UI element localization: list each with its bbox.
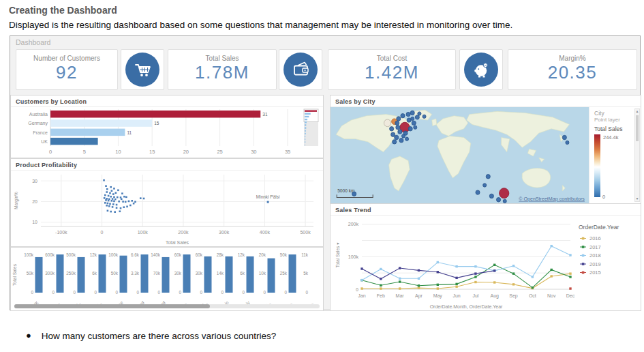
sales-by-country-chart[interactable]: Total Sales100k50k0UK600k300k0Germ...500… — [11, 248, 323, 308]
legend-min-value: 0 — [602, 194, 605, 200]
svg-text:-100k: -100k — [55, 230, 67, 235]
kpi-margin: Margin% 20.35 — [508, 49, 637, 90]
svg-text:11k: 11k — [301, 252, 309, 257]
svg-text:Total Sales ▾: Total Sales ▾ — [335, 242, 340, 268]
page-subtitle: Displayed is the resulting dashboard bas… — [9, 20, 512, 30]
svg-text:2019: 2019 — [589, 261, 601, 267]
svg-text:Feb: Feb — [377, 293, 385, 298]
svg-text:Margin%: Margin% — [14, 192, 19, 209]
svg-text:0: 0 — [31, 290, 33, 295]
svg-text:35: 35 — [285, 149, 290, 155]
panel-sales-by-city: Sales by City 5000 km© OpenStreetMap con… — [330, 95, 641, 203]
svg-text:20k: 20k — [259, 252, 266, 257]
kpi-icon-card-cost — [459, 49, 503, 90]
svg-text:5: 5 — [83, 149, 86, 155]
svg-text:5k: 5k — [303, 271, 309, 276]
sales-trend-chart[interactable]: 0100k200kJanFebMarAprMayJunJulAugSepOctN… — [331, 216, 641, 314]
scroll-down-icon[interactable]: ▼ — [635, 196, 639, 201]
customers-by-location-chart[interactable]: 05101520253035Australia31Germany15France… — [11, 107, 323, 162]
svg-text:0: 0 — [49, 149, 52, 155]
svg-text:400k: 400k — [260, 230, 271, 235]
kpi-value: 1.78M — [168, 62, 276, 83]
svg-text:31: 31 — [262, 112, 268, 117]
tab-dashboard[interactable]: Dashboard — [16, 38, 50, 46]
svg-text:50k: 50k — [280, 252, 288, 257]
svg-text:3.3k: 3.3k — [131, 271, 140, 276]
chart-title: Product Profitability — [11, 159, 323, 171]
kpi-total-cost: Total Cost 1.42M — [328, 49, 456, 90]
kpi-value: 20.35 — [508, 62, 637, 83]
svg-text:Jul: Jul — [472, 293, 478, 298]
svg-text:Nov: Nov — [547, 293, 556, 298]
scroll-up-icon[interactable]: ▲ — [635, 109, 639, 114]
svg-text:OrderDate.Month, OrderDate.Yea: OrderDate.Month, OrderDate.Year — [430, 304, 503, 309]
svg-text:15: 15 — [154, 121, 159, 126]
svg-text:2015: 2015 — [589, 269, 601, 276]
svg-text:500k: 500k — [66, 252, 76, 257]
svg-text:UK: UK — [41, 139, 48, 144]
svg-text:Apr: Apr — [415, 293, 423, 299]
svg-text:0: 0 — [242, 290, 245, 295]
svg-text:0: 0 — [200, 290, 202, 295]
svg-text:0: 0 — [263, 290, 266, 295]
svg-text:50k: 50k — [111, 271, 119, 276]
svg-text:0: 0 — [284, 290, 287, 295]
scrollbar-thumb[interactable] — [14, 304, 210, 308]
svg-text:0: 0 — [136, 290, 139, 295]
color-gradient-bar — [594, 134, 600, 197]
svg-text:30k: 30k — [196, 271, 203, 276]
svg-text:70k: 70k — [153, 271, 161, 276]
svg-text:Minnki Pälsi: Minnki Pälsi — [256, 194, 280, 199]
svg-text:May: May — [433, 293, 443, 299]
svg-text:300k: 300k — [219, 230, 230, 235]
svg-text:6.6k: 6.6k — [131, 252, 140, 257]
svg-text:Total Sales: Total Sales — [166, 240, 189, 245]
svg-text:10: 10 — [115, 149, 121, 155]
svg-text:Jun: Jun — [453, 293, 460, 298]
svg-text:30k: 30k — [174, 271, 182, 276]
kpi-value: 92 — [16, 62, 117, 83]
panel-sales-trend: Sales Trend 0100k200kJanFebMarAprMayJunJ… — [330, 203, 641, 311]
svg-text:Germany: Germany — [28, 121, 48, 126]
svg-text:0: 0 — [101, 230, 104, 235]
kpi-icon-card-customers — [121, 49, 164, 90]
sales-by-city-map[interactable]: 5000 km© OpenStreetMap contributors — [331, 107, 589, 203]
svg-text:6k: 6k — [92, 271, 97, 276]
chart-title: Sales by City — [331, 96, 641, 107]
svg-text:2017: 2017 — [589, 244, 601, 250]
svg-text:Dec: Dec — [566, 293, 575, 298]
piggy-bank-icon — [464, 53, 498, 87]
svg-text:12k: 12k — [90, 252, 97, 257]
svg-text:0: 0 — [94, 290, 97, 295]
svg-text:100k: 100k — [24, 252, 34, 257]
svg-text:10k: 10k — [259, 271, 266, 276]
svg-text:200k: 200k — [348, 222, 359, 226]
svg-text:0: 0 — [52, 290, 55, 295]
question-text: How many customers are there across vari… — [42, 331, 276, 341]
svg-text:50k: 50k — [27, 271, 34, 276]
svg-text:Jan: Jan — [358, 293, 365, 298]
svg-text:25k: 25k — [280, 271, 288, 276]
svg-text:28k: 28k — [217, 252, 224, 257]
horizontal-scrollbar[interactable] — [14, 304, 320, 308]
svg-text:250k: 250k — [66, 271, 76, 276]
svg-text:Australia: Australia — [29, 112, 48, 117]
svg-text:20: 20 — [32, 199, 37, 204]
panel-product-profitability: Product Profitability -100k0100k200k300k… — [10, 158, 324, 247]
svg-text:0: 0 — [305, 290, 308, 295]
product-profitability-chart[interactable]: -100k0100k200k300k400k500k102030Minnki P… — [11, 171, 323, 250]
svg-text:30: 30 — [251, 149, 256, 155]
kpi-value: 1.42M — [328, 62, 455, 83]
svg-text:0: 0 — [356, 287, 358, 292]
svg-text:25: 25 — [217, 149, 222, 155]
chart-title: Customers by Location — [11, 96, 323, 107]
legend-scrollbar[interactable]: ▲ ▼ — [634, 108, 640, 202]
wallet-icon — [283, 53, 318, 87]
dashboard-container: Dashboard Number of Customers 92 Total S… — [10, 35, 641, 310]
svg-text:0: 0 — [115, 290, 118, 295]
scrollbar-thumb[interactable] — [636, 115, 639, 141]
legend-max-value: 244.4k — [603, 134, 619, 141]
panel-customers-by-location: Customers by Location 05101520253035Aust… — [10, 95, 324, 158]
chart-title: Sales Trend — [331, 204, 641, 216]
kpi-label: Number of Customers — [16, 55, 117, 62]
